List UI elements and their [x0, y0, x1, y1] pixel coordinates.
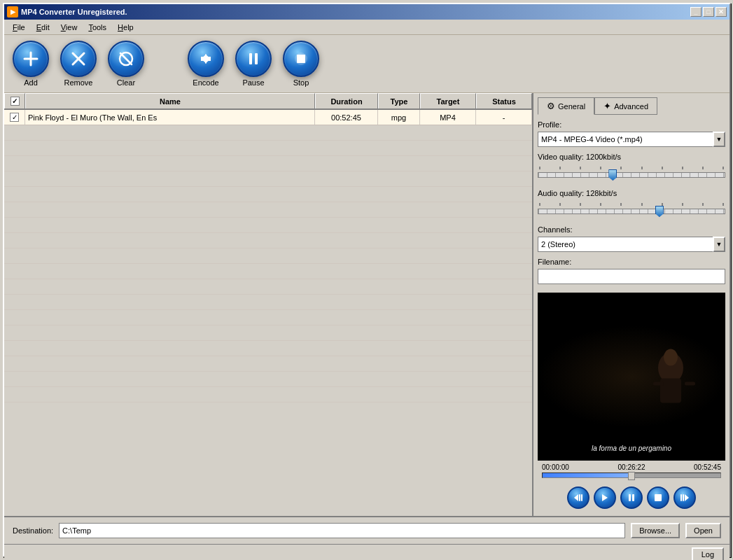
row-checkbox[interactable]: ✓ — [10, 113, 19, 122]
destination-label: Destination: — [13, 526, 53, 535]
row-check[interactable]: ✓ — [4, 110, 25, 125]
timeline-thumb[interactable] — [628, 472, 635, 480]
pause-playback-button[interactable] — [620, 486, 643, 509]
slider-dot — [662, 203, 663, 206]
audio-quality-slider-container — [538, 200, 725, 220]
close-button[interactable]: ✕ — [715, 7, 727, 17]
table-row[interactable]: ✓ Pink Floyd - El Muro (The Wall, En Es … — [4, 110, 532, 125]
channels-dropdown[interactable]: 2 (Stereo) — [538, 237, 713, 252]
empty-row — [4, 125, 532, 141]
svg-marker-19 — [574, 494, 578, 501]
svg-rect-16 — [660, 379, 681, 403]
stop-button[interactable]: Stop — [283, 41, 319, 87]
slider-dot — [641, 167, 643, 169]
empty-row — [4, 202, 532, 218]
slider-dot — [722, 203, 724, 206]
svg-rect-20 — [579, 494, 580, 501]
audio-quality-slider[interactable] — [538, 209, 725, 214]
channels-dropdown-row: 2 (Stereo) ▼ — [538, 237, 725, 252]
timeline-track[interactable] — [542, 472, 721, 478]
time-middle: 00:26:22 — [618, 463, 645, 471]
playback-controls — [538, 484, 725, 512]
stop-playback-button[interactable] — [647, 486, 669, 509]
time-labels: 00:00:00 00:26:22 00:52:45 — [542, 463, 721, 471]
maximize-button[interactable]: □ — [703, 7, 714, 17]
channels-label: Channels: — [538, 225, 725, 234]
empty-row — [4, 372, 532, 387]
time-start: 00:00:00 — [542, 463, 569, 471]
menu-edit[interactable]: Edit — [31, 22, 55, 33]
filename-input[interactable] — [538, 269, 725, 284]
tab-general[interactable]: ⚙ General — [538, 97, 594, 115]
slider-dots-video — [538, 167, 725, 169]
profile-label: Profile: — [538, 120, 725, 129]
svg-rect-27 — [683, 494, 684, 501]
profile-dropdown[interactable]: MP4 - MPEG-4 Video (*.mp4) — [538, 132, 713, 147]
main-window: ▶ MP4 Converter Unregistered. _ □ ✕ File… — [3, 3, 731, 557]
log-button[interactable]: Log — [692, 547, 724, 561]
video-quality-thumb[interactable] — [608, 169, 617, 181]
profile-dropdown-arrow[interactable]: ▼ — [713, 132, 725, 147]
svg-marker-22 — [602, 494, 608, 501]
minimize-button[interactable]: _ — [690, 7, 701, 17]
play-button[interactable] — [594, 486, 616, 509]
slider-dot — [620, 203, 622, 206]
gear-icon: ⚙ — [547, 101, 555, 111]
add-button[interactable]: Add — [13, 41, 49, 87]
menu-view[interactable]: View — [55, 22, 83, 33]
menu-help[interactable]: Help — [112, 22, 139, 33]
filename-label: Filename: — [538, 258, 725, 266]
stop-label: Stop — [293, 78, 309, 87]
forward-button[interactable] — [673, 486, 696, 509]
menu-tools[interactable]: Tools — [83, 22, 112, 33]
title-bar-left: ▶ MP4 Converter Unregistered. — [7, 6, 127, 18]
destination-bar: Destination: Browse... Open — [4, 516, 729, 544]
audio-quality-thumb[interactable] — [655, 206, 664, 217]
tab-advanced[interactable]: ✦ Advanced — [594, 97, 657, 115]
tab-advanced-label: Advanced — [614, 102, 648, 111]
svg-rect-24 — [632, 494, 634, 501]
slider-dot — [722, 167, 724, 169]
video-subtitle: la forma de un pergamino — [592, 444, 671, 452]
pause-label: Pause — [242, 78, 264, 87]
channels-dropdown-arrow[interactable]: ▼ — [713, 237, 725, 252]
remove-label: Remove — [64, 78, 93, 87]
slider-dot — [600, 203, 601, 206]
row-status: - — [476, 110, 532, 125]
menu-file[interactable]: File — [7, 22, 31, 33]
svg-marker-26 — [685, 494, 689, 501]
col-duration: Duration — [315, 93, 378, 108]
slider-dot — [539, 203, 540, 206]
empty-row — [4, 187, 532, 202]
add-label: Add — [24, 78, 38, 87]
svg-rect-17 — [653, 382, 664, 386]
clear-button[interactable]: Clear — [108, 41, 144, 87]
browse-button[interactable]: Browse... — [631, 523, 680, 538]
open-button[interactable]: Open — [685, 523, 721, 538]
pause-button[interactable]: Pause — [235, 41, 272, 87]
empty-row — [4, 248, 532, 264]
remove-button[interactable]: Remove — [60, 41, 97, 87]
destination-input[interactable] — [59, 523, 625, 538]
profile-dropdown-row: MP4 - MPEG-4 Video (*.mp4) ▼ — [538, 132, 725, 147]
encode-label: Encode — [193, 78, 218, 87]
empty-row — [4, 264, 532, 279]
slider-dot — [620, 167, 622, 169]
select-all-checkbox[interactable]: ✓ — [11, 97, 20, 106]
timeline-fill — [543, 473, 631, 477]
toolbar: Add Remove Clear Encode — [4, 35, 729, 93]
status-bar: Log — [4, 544, 729, 560]
add-icon — [13, 41, 49, 77]
col-check: ✓ — [4, 93, 25, 108]
svg-rect-23 — [629, 494, 631, 501]
remove-icon — [60, 41, 97, 77]
empty-row — [4, 172, 532, 187]
row-name: Pink Floyd - El Muro (The Wall, En Es — [25, 110, 315, 125]
audio-quality-group: Audio quality: 128kbit/s — [538, 189, 725, 220]
rewind-button[interactable] — [567, 486, 589, 509]
encode-button[interactable]: Encode — [188, 41, 224, 87]
channels-group: Channels: 2 (Stereo) ▼ — [538, 225, 725, 252]
title-controls: _ □ ✕ — [690, 7, 727, 17]
video-quality-slider[interactable] — [538, 172, 725, 178]
slider-dots-audio — [538, 203, 725, 206]
